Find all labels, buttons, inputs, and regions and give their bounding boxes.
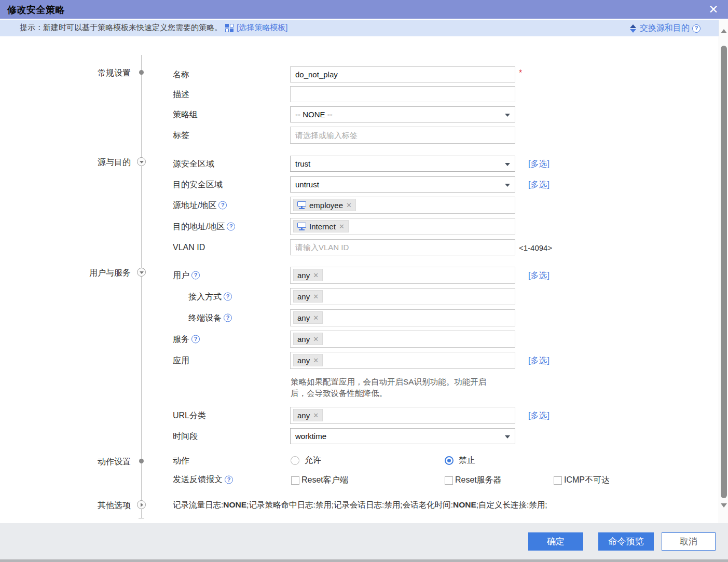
user-input[interactable]: any [290, 267, 515, 284]
swap-arrows-icon [629, 24, 637, 33]
application-note-line2: 后，会导致设备性能降低。 [291, 388, 387, 399]
url-category-multiselect-link[interactable]: [多选] [528, 410, 550, 421]
source-zone-label: 源安全区域 [173, 158, 214, 169]
source-address-help-icon[interactable] [218, 201, 227, 210]
swap-source-destination-link[interactable]: 交换源和目的 [640, 23, 690, 34]
dest-zone-label: 目的安全区域 [173, 179, 223, 190]
reset-client-checkbox[interactable]: Reset客户端 [291, 475, 348, 486]
application-input[interactable]: any [290, 352, 515, 369]
chevron-down-icon [505, 114, 510, 117]
section-rail-line [141, 55, 142, 518]
row-name: 名称 * [0, 66, 719, 83]
cancel-button[interactable]: 取消 [662, 532, 716, 551]
source-zone-multiselect-link[interactable]: [多选] [528, 158, 550, 169]
close-icon[interactable]: ✕ [706, 2, 721, 17]
application-multiselect-link[interactable]: [多选] [528, 355, 550, 366]
policy-group-select[interactable]: -- NONE -- [290, 106, 515, 122]
service-label: 服务 [173, 334, 189, 345]
scroll-down-icon[interactable] [721, 502, 727, 509]
time-range-label: 时间段 [173, 431, 198, 442]
chip-remove-icon[interactable] [313, 271, 319, 279]
scroll-up-icon[interactable] [721, 28, 727, 34]
action-deny-label: 禁止 [459, 455, 475, 466]
chevron-down-icon [505, 184, 510, 187]
dest-zone-multiselect-link[interactable]: [多选] [528, 179, 550, 190]
source-address-chip: employee [293, 199, 356, 211]
reset-server-checkbox[interactable]: Reset服务器 [445, 475, 502, 486]
chip-label: any [297, 335, 310, 344]
dest-zone-select[interactable]: untrust [290, 176, 515, 193]
service-input[interactable]: any [290, 331, 515, 348]
chip-remove-icon[interactable] [313, 412, 319, 419]
url-category-chip: any [293, 409, 323, 421]
chip-label: employee [309, 201, 343, 210]
user-help-icon[interactable] [191, 271, 200, 280]
row-time-range: 时间段 worktime [0, 428, 719, 444]
chip-remove-icon[interactable] [313, 293, 319, 300]
required-asterisk: * [519, 68, 522, 78]
row-service: 服务 any [0, 331, 719, 348]
chip-label: any [297, 313, 310, 322]
ok-button[interactable]: 确定 [528, 532, 583, 551]
user-chip: any [293, 269, 323, 281]
description-input[interactable] [290, 86, 515, 102]
action-deny-radio[interactable]: 禁止 [445, 455, 475, 466]
row-url-category: URL分类 any [多选] [0, 407, 719, 424]
chip-remove-icon[interactable] [339, 223, 345, 230]
policy-group-label: 策略组 [173, 109, 198, 120]
scrollbar-thumb[interactable] [721, 46, 727, 498]
chip-label: Internet [309, 222, 336, 231]
terminal-input[interactable]: any [290, 309, 515, 326]
row-terminal: 终端设备 any [0, 309, 719, 326]
chip-label: any [297, 356, 310, 365]
policy-group-value: -- NONE -- [295, 110, 333, 119]
row-other-options: 记录流量日志:NONE;记录策略命中日志:禁用;记录会话日志:禁用;会话老化时间… [0, 500, 719, 510]
host-monitor-icon [297, 223, 306, 230]
source-zone-value: trust [295, 159, 310, 168]
source-zone-select[interactable]: trust [290, 156, 515, 172]
time-range-select[interactable]: worktime [290, 428, 515, 444]
row-source-address: 源地址/地区 employee [0, 197, 719, 214]
dialog-title: 修改安全策略 [7, 4, 65, 16]
source-address-label: 源地址/地区 [173, 200, 216, 211]
swap-help-icon[interactable] [692, 24, 700, 33]
row-tags: 标签 [0, 127, 719, 144]
row-dest-address: 目的地址/地区 Internet [0, 218, 719, 235]
checkbox-box [291, 476, 299, 485]
access-mode-help-icon[interactable] [224, 293, 232, 301]
hint-text: 提示：新建时可以基于策略模板来快速定义您需要的策略。 [20, 23, 222, 33]
vertical-scrollbar [719, 20, 728, 523]
tags-label: 标签 [173, 130, 189, 141]
select-policy-template-link[interactable]: [选择策略模板] [237, 23, 287, 33]
name-input[interactable] [290, 66, 515, 83]
url-category-label: URL分类 [173, 410, 206, 421]
chip-remove-icon[interactable] [346, 201, 352, 209]
tags-input[interactable] [290, 127, 515, 144]
source-address-input[interactable]: employee [290, 197, 515, 214]
row-feedback: 发送反馈报文 Reset客户端 Reset服务器 ICMP不可达 [0, 473, 719, 486]
user-multiselect-link[interactable]: [多选] [528, 270, 550, 281]
chip-label: any [297, 271, 310, 280]
command-preview-button[interactable]: 命令预览 [598, 532, 654, 551]
dest-address-help-icon[interactable] [227, 223, 235, 231]
chip-remove-icon[interactable] [313, 357, 319, 364]
vlan-range-hint: <1-4094> [519, 243, 552, 252]
access-mode-input[interactable]: any [290, 288, 515, 305]
row-description: 描述 [0, 86, 719, 102]
radio-circle [291, 456, 299, 465]
chip-remove-icon[interactable] [313, 335, 319, 343]
feedback-label: 发送反馈报文 [173, 474, 223, 485]
terminal-help-icon[interactable] [224, 314, 232, 322]
dest-address-input[interactable]: Internet [290, 218, 515, 235]
chip-remove-icon[interactable] [313, 314, 319, 322]
service-help-icon[interactable] [191, 335, 200, 344]
terminal-chip: any [293, 311, 323, 324]
feedback-help-icon[interactable] [225, 475, 233, 484]
url-category-input[interactable]: any [290, 407, 515, 424]
row-dest-zone: 目的安全区域 untrust [多选] [0, 176, 719, 193]
application-chip: any [293, 354, 323, 366]
action-allow-radio[interactable]: 允许 [291, 455, 321, 466]
vlan-input[interactable] [290, 239, 515, 255]
icmp-unreachable-checkbox[interactable]: ICMP不可达 [554, 475, 610, 486]
user-label: 用户 [173, 270, 189, 281]
